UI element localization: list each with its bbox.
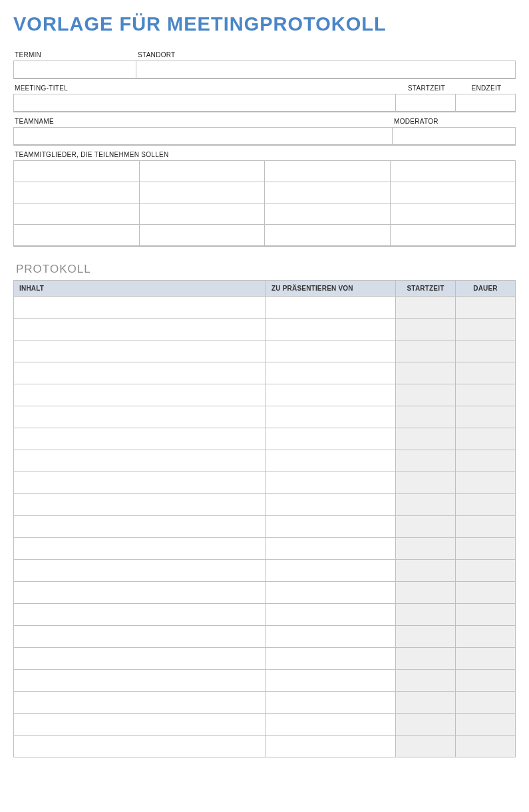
cell-dauer[interactable] xyxy=(456,735,516,757)
team-cell[interactable] xyxy=(265,203,391,225)
cell-inhalt[interactable] xyxy=(14,559,266,581)
cell-dauer[interactable] xyxy=(456,362,516,384)
input-termin[interactable] xyxy=(13,61,136,79)
cell-inhalt[interactable] xyxy=(14,318,266,340)
cell-inhalt[interactable] xyxy=(14,603,266,625)
cell-dauer[interactable] xyxy=(456,318,516,340)
cell-start[interactable] xyxy=(396,669,456,691)
cell-start[interactable] xyxy=(396,581,456,603)
cell-start[interactable] xyxy=(396,472,456,493)
cell-von[interactable] xyxy=(266,669,396,691)
cell-inhalt[interactable] xyxy=(14,735,266,757)
cell-dauer[interactable] xyxy=(456,340,516,362)
cell-inhalt[interactable] xyxy=(14,406,266,428)
cell-dauer[interactable] xyxy=(456,647,516,669)
team-cell[interactable] xyxy=(265,182,391,203)
cell-start[interactable] xyxy=(396,713,456,735)
cell-von[interactable] xyxy=(266,450,396,472)
cell-von[interactable] xyxy=(266,296,396,318)
team-cell[interactable] xyxy=(139,182,265,203)
input-standort[interactable] xyxy=(136,61,516,79)
cell-start[interactable] xyxy=(396,493,456,515)
cell-von[interactable] xyxy=(266,581,396,603)
cell-start[interactable] xyxy=(396,515,456,537)
team-cell[interactable] xyxy=(390,161,516,182)
cell-start[interactable] xyxy=(396,340,456,362)
team-cell[interactable] xyxy=(139,203,265,225)
cell-von[interactable] xyxy=(266,713,396,735)
team-cell[interactable] xyxy=(14,182,140,203)
cell-start[interactable] xyxy=(396,559,456,581)
cell-von[interactable] xyxy=(266,691,396,713)
input-endzeit[interactable] xyxy=(456,94,516,112)
cell-start[interactable] xyxy=(396,647,456,669)
cell-inhalt[interactable] xyxy=(14,669,266,691)
cell-inhalt[interactable] xyxy=(14,625,266,647)
cell-dauer[interactable] xyxy=(456,472,516,493)
cell-inhalt[interactable] xyxy=(14,515,266,537)
team-cell[interactable] xyxy=(390,225,516,246)
input-teamname[interactable] xyxy=(13,127,393,146)
cell-start[interactable] xyxy=(396,735,456,757)
cell-inhalt[interactable] xyxy=(14,362,266,384)
cell-von[interactable] xyxy=(266,362,396,384)
cell-von[interactable] xyxy=(266,428,396,450)
cell-start[interactable] xyxy=(396,428,456,450)
cell-von[interactable] xyxy=(266,493,396,515)
cell-inhalt[interactable] xyxy=(14,340,266,362)
cell-dauer[interactable] xyxy=(456,537,516,559)
cell-dauer[interactable] xyxy=(456,603,516,625)
cell-start[interactable] xyxy=(396,450,456,472)
cell-start[interactable] xyxy=(396,537,456,559)
input-startzeit[interactable] xyxy=(396,94,456,112)
cell-von[interactable] xyxy=(266,515,396,537)
cell-dauer[interactable] xyxy=(456,406,516,428)
cell-start[interactable] xyxy=(396,384,456,406)
cell-start[interactable] xyxy=(396,625,456,647)
cell-dauer[interactable] xyxy=(456,713,516,735)
team-cell[interactable] xyxy=(14,203,140,225)
cell-von[interactable] xyxy=(266,340,396,362)
cell-dauer[interactable] xyxy=(456,625,516,647)
cell-dauer[interactable] xyxy=(456,384,516,406)
cell-inhalt[interactable] xyxy=(14,647,266,669)
cell-von[interactable] xyxy=(266,735,396,757)
team-cell[interactable] xyxy=(14,161,140,182)
cell-start[interactable] xyxy=(396,296,456,318)
team-cell[interactable] xyxy=(139,225,265,246)
cell-von[interactable] xyxy=(266,559,396,581)
team-cell[interactable] xyxy=(265,225,391,246)
team-cell[interactable] xyxy=(14,225,140,246)
cell-start[interactable] xyxy=(396,406,456,428)
cell-von[interactable] xyxy=(266,625,396,647)
cell-dauer[interactable] xyxy=(456,559,516,581)
cell-inhalt[interactable] xyxy=(14,691,266,713)
cell-von[interactable] xyxy=(266,318,396,340)
cell-inhalt[interactable] xyxy=(14,713,266,735)
team-cell[interactable] xyxy=(390,203,516,225)
cell-dauer[interactable] xyxy=(456,428,516,450)
team-cell[interactable] xyxy=(139,161,265,182)
cell-inhalt[interactable] xyxy=(14,537,266,559)
cell-inhalt[interactable] xyxy=(14,450,266,472)
cell-inhalt[interactable] xyxy=(14,428,266,450)
cell-dauer[interactable] xyxy=(456,581,516,603)
cell-dauer[interactable] xyxy=(456,296,516,318)
cell-dauer[interactable] xyxy=(456,669,516,691)
cell-dauer[interactable] xyxy=(456,450,516,472)
cell-von[interactable] xyxy=(266,406,396,428)
cell-von[interactable] xyxy=(266,472,396,493)
cell-von[interactable] xyxy=(266,647,396,669)
cell-von[interactable] xyxy=(266,603,396,625)
cell-dauer[interactable] xyxy=(456,515,516,537)
cell-start[interactable] xyxy=(396,362,456,384)
cell-inhalt[interactable] xyxy=(14,472,266,493)
cell-start[interactable] xyxy=(396,691,456,713)
cell-von[interactable] xyxy=(266,384,396,406)
cell-start[interactable] xyxy=(396,318,456,340)
cell-inhalt[interactable] xyxy=(14,296,266,318)
cell-dauer[interactable] xyxy=(456,691,516,713)
input-meeting-titel[interactable] xyxy=(13,94,396,112)
cell-inhalt[interactable] xyxy=(14,581,266,603)
team-cell[interactable] xyxy=(390,182,516,203)
